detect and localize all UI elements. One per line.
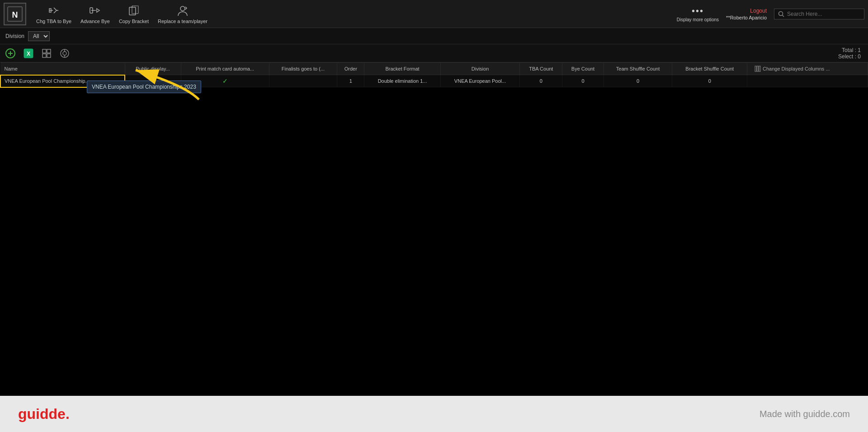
svg-rect-14 [42, 49, 46, 53]
col-order[interactable]: Order [337, 63, 364, 75]
col-team-shuffle-count[interactable]: Team Shuffle Count [604, 63, 672, 75]
col-public-display[interactable]: Public display... [125, 63, 181, 75]
division-bar: Division All [0, 28, 868, 44]
division-label: Division [5, 33, 24, 39]
display-more-button[interactable]: ••• Display more options [677, 6, 719, 22]
columns-icon [755, 66, 761, 72]
svg-point-7 [779, 11, 783, 15]
excel-button[interactable]: X [22, 47, 35, 60]
cell-division: VNEA European Pool... [440, 75, 520, 87]
logout-button[interactable]: Logout [750, 8, 767, 14]
svg-line-8 [783, 15, 784, 17]
cell-finalists-goes-to[interactable] [269, 75, 337, 87]
svg-rect-17 [47, 54, 51, 57]
cell-tba-count: 0 [520, 75, 562, 87]
cell-team-shuffle-count: 0 [604, 75, 672, 87]
search-input[interactable] [787, 11, 855, 17]
copy-bracket-button[interactable]: Copy Bracket [114, 2, 153, 26]
svg-text:N: N [12, 10, 18, 19]
col-division[interactable]: Division [440, 63, 520, 75]
made-with-text: Made with guidde.com [760, 409, 850, 419]
search-box[interactable] [774, 9, 864, 19]
cell-order: 1 [337, 75, 364, 87]
cell-bracket-format: Double elimination 1... [364, 75, 440, 87]
grid-button[interactable] [40, 47, 53, 60]
app-logo: N [4, 3, 26, 25]
cell-change-cols-spacer [747, 75, 868, 87]
svg-rect-15 [47, 49, 51, 53]
chg-tba-bye-button[interactable]: Chg TBA to Bye [32, 2, 76, 26]
col-bye-count[interactable]: Bye Count [562, 63, 604, 75]
col-print-match-card[interactable]: Print match card automa... [181, 63, 269, 75]
col-change-columns[interactable]: Change Displayed Columns ... [747, 63, 868, 75]
footer: guidde. Made with guidde.com [0, 396, 868, 432]
svg-rect-16 [42, 54, 46, 57]
guidde-logo: guidde. [18, 406, 70, 423]
division-select[interactable]: All [28, 31, 50, 41]
svg-rect-22 [755, 66, 756, 71]
total-info: Total : 1 Select : 0 [838, 47, 864, 60]
col-bracket-format[interactable]: Bracket Format [364, 63, 440, 75]
svg-rect-23 [757, 66, 759, 71]
cell-bye-count: 0 [562, 75, 604, 87]
svg-point-19 [63, 52, 66, 55]
cell-bracket-shuffle-count: 0 [672, 75, 747, 87]
replace-team-button[interactable]: Replace a team/player [153, 2, 212, 26]
user-name: **Roberto Aparicio [726, 15, 767, 20]
svg-rect-24 [759, 66, 760, 71]
col-tba-count[interactable]: TBA Count [520, 63, 562, 75]
print-match-card-check: ✓ [222, 77, 228, 85]
advance-bye-button[interactable]: Advance Bye [76, 2, 114, 26]
name-tooltip: VNEA European Pool Championships 2023 [87, 81, 201, 93]
col-bracket-shuffle-count[interactable]: Bracket Shuffle Count [672, 63, 747, 75]
col-finalists-goes-to[interactable]: Finalists goes to (... [269, 63, 337, 75]
top-toolbar: N Chg TBA to Bye Advance Bye Copy Bra [0, 0, 868, 28]
col-name[interactable]: Name [0, 63, 125, 75]
action-bar: X Total : 1 Select : 0 [0, 44, 868, 62]
svg-text:X: X [27, 51, 30, 57]
search-icon [778, 11, 784, 17]
svg-point-6 [180, 6, 185, 11]
change-displayed-columns-button[interactable]: Change Displayed Columns ... [751, 66, 864, 72]
add-button[interactable] [4, 47, 17, 60]
filter-button[interactable] [58, 47, 71, 60]
